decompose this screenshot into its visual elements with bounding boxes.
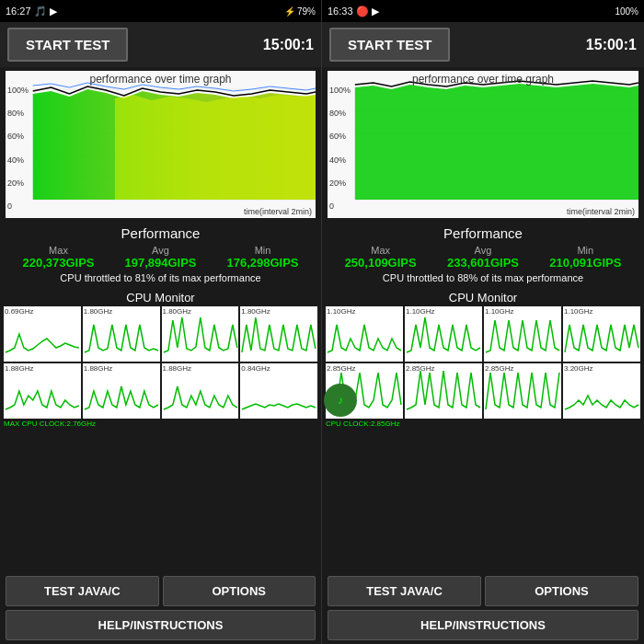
right-overlay-icon: ♪ [324, 384, 357, 417]
left-avg-label: Avg [152, 245, 169, 256]
right-bottom-buttons: TEST JAVA/C OPTIONS HELP/INSTRUCTIONS [322, 572, 644, 644]
right-perf-stats-row: Max 250,109GIPS Avg 233,601GIPS Min 210,… [329, 245, 637, 270]
right-cpu-grid: 1.10GHz 1.10GHz 1.10GHz 1.10GHz [322, 306, 644, 419]
right-graph-title: performance over time graph [328, 73, 638, 86]
left-timer-display: 15:00:1 [263, 37, 314, 53]
left-cpu-core-2: 1.80GHz [83, 306, 160, 362]
left-cpu-core-1: 0.69GHz [4, 306, 81, 362]
left-perf-stats-row: Max 220,373GIPS Avg 197,894GIPS Min 176,… [7, 245, 314, 270]
right-phone-panel: 16:33 🔴 ▶ 100% START TEST 15:00:1 perfor… [322, 0, 644, 644]
right-cpu-core-7: 2.85GHz [484, 363, 561, 419]
right-cpu-core-1: 1.10GHz [326, 306, 403, 362]
right-avg-label: Avg [475, 245, 492, 256]
right-graph-x-label: time(interval 2min) [567, 207, 635, 216]
svg-marker-24 [355, 84, 638, 200]
left-graph-svg [6, 71, 316, 218]
right-avg-value: 233,601GIPS [447, 256, 519, 270]
right-throttle-text: CPU throttled to 88% of its max performa… [329, 272, 637, 283]
right-min-stat: Min 210,091GIPS [549, 245, 621, 270]
right-performance-title: Performance [329, 225, 637, 241]
left-graph-title: performance over time graph [6, 73, 316, 86]
left-throttle-text: CPU throttled to 81% of its max performa… [7, 272, 314, 283]
right-max-value: 250,109GIPS [345, 256, 417, 270]
right-cpu-core-3: 1.10GHz [484, 306, 561, 362]
right-performance-section: Performance Max 250,109GIPS Avg 233,601G… [322, 222, 644, 287]
right-graph-svg [328, 71, 638, 218]
right-cpu-core-4: 1.10GHz [563, 306, 640, 362]
left-bottom-buttons: TEST JAVA/C OPTIONS HELP/INSTRUCTIONS [0, 572, 321, 644]
left-status-left: 16:27 🎵 ▶ [6, 6, 57, 17]
left-cpu-core-5: 1.88GHz [4, 363, 81, 419]
left-max-clock-label: MAX CPU CLOCK:2.76GHz [0, 419, 321, 429]
right-battery: 100% [615, 6, 638, 17]
right-max-label: Max [371, 245, 390, 256]
right-test-java-button[interactable]: TEST JAVA/C [328, 576, 481, 606]
left-top-row: START TEST 15:00:1 [0, 22, 321, 67]
left-help-button[interactable]: HELP/INSTRUCTIONS [6, 610, 316, 640]
right-status-icons: 🔴 ▶ [356, 6, 379, 17]
left-status-icons: 🎵 ▶ [34, 6, 57, 17]
right-status-left: 16:33 🔴 ▶ [328, 6, 379, 17]
left-time: 16:27 [6, 6, 31, 17]
left-phone-panel: 16:27 🎵 ▶ ⚡ 79% START TEST 15:00:1 perfo… [0, 0, 322, 644]
right-min-value: 210,091GIPS [549, 256, 621, 270]
left-avg-stat: Avg 197,894GIPS [124, 245, 196, 270]
left-status-bar: 16:27 🎵 ▶ ⚡ 79% [0, 0, 321, 22]
left-avg-value: 197,894GIPS [124, 256, 196, 270]
right-cpu-monitor-title: CPU Monitor [322, 291, 644, 305]
left-max-value: 220,373GIPS [22, 256, 94, 270]
right-cpu-core-2: 1.10GHz [405, 306, 482, 362]
right-cpu-core-6: 2.85GHz [405, 363, 482, 419]
left-graph-x-label: time(interval 2min) [244, 207, 312, 216]
left-min-label: Min [255, 245, 271, 256]
right-options-button[interactable]: OPTIONS [485, 576, 638, 606]
right-help-button[interactable]: HELP/INSTRUCTIONS [328, 610, 638, 640]
left-cpu-core-8: 0.84GHz [240, 363, 317, 419]
right-max-stat: Max 250,109GIPS [345, 245, 417, 270]
left-y-axis: 100% 80% 60% 40% 20% 0 [7, 86, 29, 211]
left-performance-graph: performance over time graph 100% 80% 60%… [6, 71, 316, 218]
left-options-button[interactable]: OPTIONS [163, 576, 316, 606]
left-cpu-core-7: 1.88GHz [162, 363, 239, 419]
left-start-test-button[interactable]: START TEST [7, 28, 128, 62]
left-bluetooth: ⚡ [284, 6, 295, 17]
left-performance-title: Performance [7, 225, 314, 241]
svg-marker-8 [115, 95, 316, 200]
left-battery: 79% [297, 6, 316, 17]
right-cpu-core-8: 3.20GHz [563, 363, 640, 419]
right-y-axis: 100% 80% 60% 40% 20% 0 [329, 86, 351, 211]
right-status-bar: 16:33 🔴 ▶ 100% [322, 0, 644, 22]
left-max-label: Max [49, 245, 68, 256]
left-cpu-core-4: 1.80GHz [240, 306, 317, 362]
right-timer-display: 15:00:1 [586, 37, 637, 53]
right-max-clock-label: CPU CLOCK:2.85GHz [322, 419, 644, 429]
left-performance-section: Performance Max 220,373GIPS Avg 197,894G… [0, 222, 321, 287]
left-status-right: ⚡ 79% [284, 6, 316, 17]
right-start-test-button[interactable]: START TEST [329, 28, 450, 62]
right-status-right: 100% [615, 6, 638, 17]
left-cpu-core-6: 1.88GHz [83, 363, 160, 419]
right-top-row: START TEST 15:00:1 [322, 22, 644, 67]
right-time: 16:33 [328, 6, 353, 17]
right-performance-graph: performance over time graph 100% 80% 60%… [328, 71, 638, 218]
left-max-stat: Max 220,373GIPS [22, 245, 94, 270]
left-cpu-monitor-title: CPU Monitor [0, 291, 321, 305]
right-btn-row: TEST JAVA/C OPTIONS [328, 576, 638, 606]
left-min-stat: Min 176,298GIPS [226, 245, 298, 270]
left-cpu-grid: 0.69GHz 1.80GHz 1.80GHz 1.80GHz [0, 306, 321, 419]
right-min-label: Min [577, 245, 593, 256]
left-cpu-core-3: 1.80GHz [162, 306, 239, 362]
left-min-value: 176,298GIPS [226, 256, 298, 270]
left-btn-row: TEST JAVA/C OPTIONS [6, 576, 316, 606]
right-avg-stat: Avg 233,601GIPS [447, 245, 519, 270]
left-test-java-button[interactable]: TEST JAVA/C [6, 576, 159, 606]
